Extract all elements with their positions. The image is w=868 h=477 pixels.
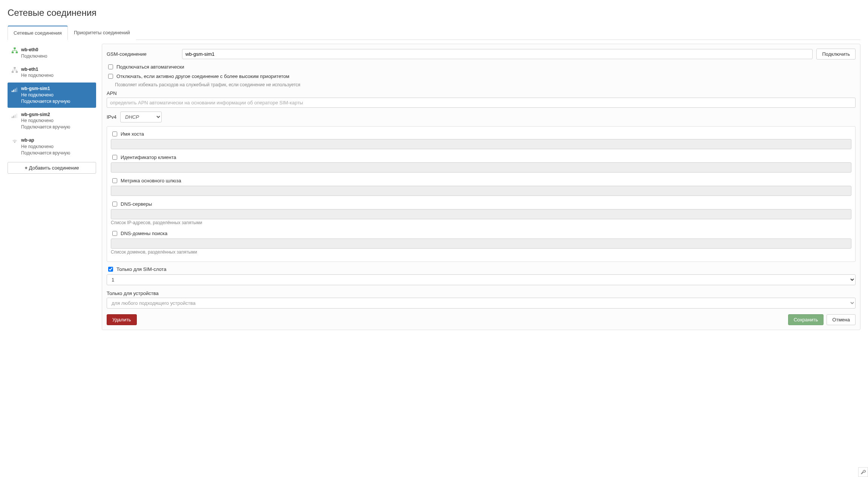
gateway-metric-input[interactable] — [111, 186, 851, 196]
apn-input[interactable] — [107, 98, 856, 108]
conn-status: Не подключено — [21, 118, 92, 124]
dns-servers-input[interactable] — [111, 209, 851, 219]
conn-name: wb-eth0 — [21, 47, 92, 53]
tab-priorities[interactable]: Приоритеты соединений — [68, 26, 136, 40]
hostname-label: Имя хоста — [121, 131, 144, 137]
svg-rect-11 — [13, 115, 14, 118]
svg-rect-13 — [16, 113, 17, 118]
cancel-button[interactable]: Отмена — [827, 314, 856, 325]
dns-domains-help: Список доменов, разделённых запятыми — [111, 249, 851, 255]
sidebar-item-wb-gsm-sim2[interactable]: wb-gsm-sim2 Не подключено Подключается в… — [8, 109, 96, 133]
tabs: Сетевые соединения Приоритеты соединений — [8, 26, 860, 40]
dns-domains-label: DNS-домены поиска — [121, 231, 167, 236]
hostname-input[interactable] — [111, 139, 851, 149]
disable-higher-help: Позволяет избежать расходов на служебный… — [115, 82, 856, 87]
conn-status: Не подключено — [21, 72, 92, 79]
ethernet-icon — [11, 47, 18, 54]
svg-rect-8 — [15, 89, 16, 92]
dns-servers-help: Список IP-адресов, разделённых запятыми — [111, 220, 851, 225]
conn-name: wb-gsm-sim1 — [21, 86, 92, 92]
conn-extra: Подключается вручную — [21, 124, 92, 130]
conn-name: wb-ap — [21, 137, 92, 144]
svg-rect-4 — [12, 71, 14, 73]
sidebar: wb-eth0 Подключено wb-eth1 Не подключено — [8, 44, 96, 330]
conn-status: Не подключено — [21, 144, 92, 150]
auto-connect-checkbox[interactable] — [108, 64, 113, 69]
connection-name-input[interactable] — [182, 49, 813, 59]
svg-rect-2 — [16, 52, 18, 54]
main-panel: GSM-соединение Подключить Подключаться а… — [102, 44, 860, 330]
cellular-icon — [11, 112, 18, 119]
svg-rect-6 — [12, 91, 13, 92]
connect-button[interactable]: Подключить — [816, 49, 856, 60]
save-button[interactable]: Сохранить — [788, 314, 824, 325]
client-id-input[interactable] — [111, 162, 851, 173]
sim-slot-checkbox[interactable] — [108, 267, 113, 272]
gateway-metric-checkbox[interactable] — [112, 178, 117, 183]
svg-point-14 — [14, 142, 15, 143]
page-title: Сетевые соединения — [8, 8, 860, 18]
conn-status: Подключено — [21, 53, 92, 60]
conn-name: wb-gsm-sim2 — [21, 112, 92, 118]
svg-rect-5 — [16, 71, 18, 73]
sidebar-item-wb-eth1[interactable]: wb-eth1 Не подключено — [8, 63, 96, 82]
ipv4-label: IPv4 — [107, 114, 116, 120]
conn-extra: Подключается вручную — [21, 98, 92, 105]
device-only-label: Только для устройства — [107, 290, 856, 296]
hostname-checkbox[interactable] — [112, 131, 117, 136]
wifi-icon — [11, 138, 18, 144]
svg-rect-10 — [12, 116, 13, 118]
dns-domains-input[interactable] — [111, 238, 851, 249]
gsm-connection-label: GSM-соединение — [107, 51, 178, 57]
sim-slot-select[interactable]: 1 — [107, 274, 856, 285]
sidebar-item-wb-eth0[interactable]: wb-eth0 Подключено — [8, 44, 96, 63]
ipv4-select[interactable]: DHCP — [120, 112, 162, 122]
conn-status: Не подключено — [21, 92, 92, 98]
sidebar-item-wb-ap[interactable]: wb-ap Не подключено Подключается вручную — [8, 134, 96, 159]
svg-rect-1 — [12, 52, 14, 54]
sim-slot-label: Только для SIM-слота — [116, 266, 166, 272]
cellular-icon — [11, 86, 18, 93]
gateway-metric-label: Метрика основного шлюза — [121, 178, 181, 183]
disable-higher-checkbox[interactable] — [108, 74, 113, 79]
svg-rect-9 — [16, 88, 17, 92]
sidebar-item-wb-gsm-sim1[interactable]: wb-gsm-sim1 Не подключено Подключается в… — [8, 83, 96, 107]
ethernet-icon — [11, 67, 18, 73]
svg-rect-12 — [15, 115, 16, 118]
auto-connect-label: Подключаться автоматически — [116, 64, 184, 70]
device-only-select[interactable]: для любого подходящего устройства — [107, 298, 856, 309]
dns-servers-label: DNS-серверы — [121, 201, 152, 207]
add-connection-button[interactable]: Добавить соединение — [8, 162, 96, 174]
dhcp-section: Имя хоста Идентификатор клиента Метрика … — [107, 126, 856, 262]
svg-rect-0 — [14, 47, 15, 49]
svg-rect-7 — [13, 90, 14, 92]
conn-extra: Подключается вручную — [21, 150, 92, 156]
disable-higher-label: Отключать, если активно другое соединени… — [116, 73, 289, 79]
delete-button[interactable]: Удалить — [107, 314, 137, 325]
tab-connections[interactable]: Сетевые соединения — [8, 26, 68, 40]
dns-domains-checkbox[interactable] — [112, 231, 117, 236]
conn-name: wb-eth1 — [21, 66, 92, 73]
svg-rect-3 — [14, 67, 15, 69]
client-id-label: Идентификатор клиента — [121, 154, 176, 160]
client-id-checkbox[interactable] — [112, 155, 117, 160]
apn-label: APN — [107, 90, 856, 96]
dns-servers-checkbox[interactable] — [112, 202, 117, 206]
